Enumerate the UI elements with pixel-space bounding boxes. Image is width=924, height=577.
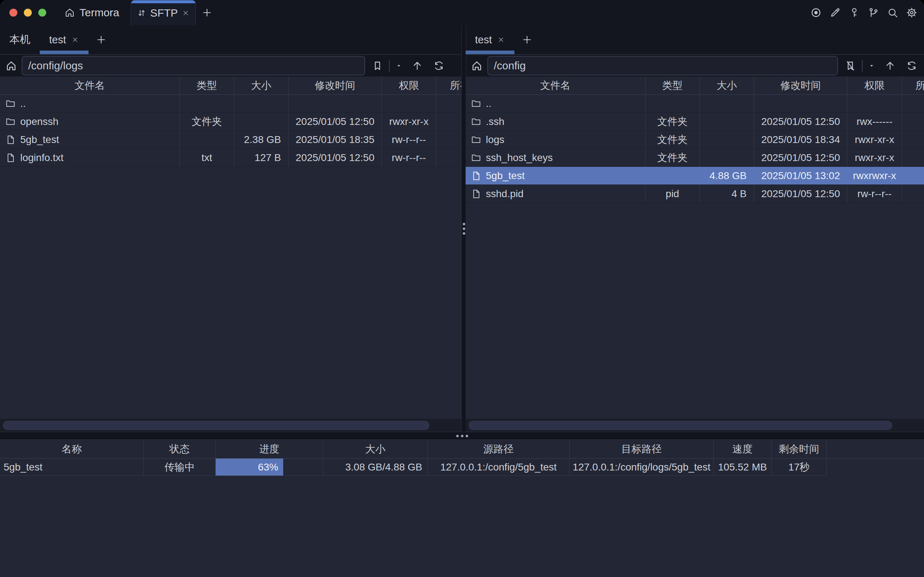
close-tab-icon[interactable] [497, 36, 505, 44]
new-tab-button[interactable] [202, 0, 213, 25]
pencil-icon[interactable] [829, 7, 841, 18]
file-mtime-cell: 2025/01/05 12:50 [754, 113, 847, 131]
home-icon[interactable] [471, 60, 483, 72]
file-row[interactable]: sshd.pidpid4 B2025/01/05 12:50rw-r--r-- [466, 185, 924, 203]
file-type-cell: pid [645, 185, 700, 203]
transfer-splitter[interactable] [0, 432, 924, 440]
tab-termora[interactable]: Termora [64, 0, 119, 25]
splitter-handle-icon [456, 435, 468, 437]
file-name-cell: ssh_host_keys [466, 149, 645, 166]
scrollbar-thumb[interactable] [3, 421, 429, 430]
file-mtime-cell: 2025/01/05 12:50 [289, 149, 382, 166]
file-type-cell [645, 95, 700, 112]
left-file-table: 文件名 类型 大小 修改时间 权限 所有者 ..openssh文件夹2025/0… [0, 77, 461, 419]
close-tab-icon[interactable] [182, 9, 190, 17]
column-header-progress[interactable]: 进度 [216, 440, 323, 458]
path-input[interactable] [22, 56, 365, 76]
file-mtime-cell: 2025/01/05 18:34 [754, 131, 847, 148]
path-input[interactable] [487, 56, 838, 76]
file-table-header: 文件名 类型 大小 修改时间 权限 所有者 [466, 77, 924, 95]
column-header-name[interactable]: 名称 [0, 440, 144, 458]
file-rows: ..openssh文件夹2025/01/05 12:50rwxr-xr-x5gb… [0, 95, 461, 167]
column-header-remaining[interactable]: 剩余时间 [772, 440, 827, 458]
file-size-cell [700, 95, 754, 112]
column-header-type[interactable]: 类型 [180, 77, 234, 94]
column-header-filename[interactable]: 文件名 [0, 77, 180, 94]
file-row[interactable]: openssh文件夹2025/01/05 12:50rwxr-xr-x [0, 113, 461, 131]
file-owner-cell [902, 113, 924, 131]
tab-test-right[interactable]: test [466, 25, 514, 54]
file-row[interactable]: 5gb_test4.88 GB2025/01/05 13:02rwxrwxr-x [466, 167, 924, 185]
file-type-cell [180, 95, 234, 112]
column-header-type[interactable]: 类型 [645, 77, 700, 94]
file-name-cell: logs [466, 131, 645, 148]
column-header-owner[interactable]: 所有者 [436, 77, 461, 94]
file-name-cell: sshd.pid [466, 185, 645, 203]
transfer-name-cell: 5gb_test [0, 459, 144, 476]
file-row[interactable]: ssh_host_keys文件夹2025/01/05 12:50rwxr-xr-… [466, 149, 924, 167]
refresh-icon[interactable] [906, 60, 918, 71]
file-perm-cell: rw-r--r-- [382, 131, 436, 148]
home-icon[interactable] [5, 60, 17, 72]
gear-icon[interactable] [906, 7, 918, 18]
file-owner-cell [436, 113, 461, 131]
key-icon[interactable] [848, 7, 860, 18]
column-header-filename[interactable]: 文件名 [466, 77, 645, 94]
folder-icon [471, 116, 482, 127]
column-header-owner[interactable]: 所有者 [902, 77, 924, 94]
column-header-source[interactable]: 源路径 [428, 440, 570, 458]
file-row[interactable]: .ssh文件夹2025/01/05 12:50rwx------ [466, 113, 924, 131]
file-type-cell [180, 131, 234, 148]
transfer-target-cell: 127.0.0.1:/config/logs/5gb_test [570, 459, 714, 476]
file-row[interactable]: .. [0, 95, 461, 113]
column-header-mtime[interactable]: 修改时间 [754, 77, 847, 94]
file-perm-cell: rwxr-xr-x [382, 113, 436, 131]
close-window-button[interactable] [10, 9, 17, 17]
column-header-perm[interactable]: 权限 [847, 77, 902, 94]
column-header-status[interactable]: 状态 [144, 440, 216, 458]
up-directory-icon[interactable] [884, 60, 896, 71]
column-header-size[interactable]: 大小 [323, 440, 428, 458]
bookmark-icon[interactable] [372, 60, 383, 71]
column-header-size[interactable]: 大小 [234, 77, 289, 94]
left-panel-tabs: 本机 test [0, 25, 461, 55]
refresh-icon[interactable] [433, 60, 445, 71]
search-icon[interactable] [887, 7, 898, 18]
tab-sftp[interactable]: SFTP [131, 0, 196, 25]
up-directory-icon[interactable] [411, 60, 423, 71]
transfer-remaining-cell: 17秒 [772, 459, 827, 476]
file-type-cell: 文件夹 [645, 113, 700, 131]
add-session-button[interactable] [89, 25, 114, 54]
file-owner-cell [436, 95, 461, 112]
local-panel: 本机 test 文件名 类型 大小 修改时间 [0, 25, 461, 432]
file-mtime-cell [754, 95, 847, 112]
column-header-perm[interactable]: 权限 [382, 77, 436, 94]
branch-icon[interactable] [868, 7, 879, 18]
file-mtime-cell: 2025/01/05 12:50 [754, 185, 847, 203]
scrollbar-thumb[interactable] [469, 421, 892, 430]
close-tab-icon[interactable] [71, 36, 79, 44]
transfer-row[interactable]: 5gb_test传输中63%3.08 GB/4.88 GB127.0.0.1:/… [0, 459, 924, 476]
zoom-window-button[interactable] [38, 9, 46, 17]
titlebar-actions [810, 0, 918, 25]
file-name-cell: .. [466, 95, 645, 112]
minimize-window-button[interactable] [24, 9, 32, 17]
column-header-speed[interactable]: 速度 [714, 440, 772, 458]
tab-local-machine[interactable]: 本机 [0, 25, 40, 54]
add-session-button[interactable] [514, 25, 540, 54]
chevron-down-icon[interactable] [395, 63, 402, 69]
column-header-mtime[interactable]: 修改时间 [289, 77, 382, 94]
right-toolbar-actions [845, 60, 918, 71]
file-row[interactable]: loginfo.txttxt127 B2025/01/05 12:50rw-r-… [0, 149, 461, 167]
transfer-panel: 名称 状态 进度 大小 源路径 目标路径 速度 剩余时间 5gb_test传输中… [0, 440, 924, 577]
column-header-target[interactable]: 目标路径 [570, 440, 714, 458]
file-row[interactable]: .. [466, 95, 924, 113]
file-rows: ...ssh文件夹2025/01/05 12:50rwx------logs文件… [466, 95, 924, 203]
file-row[interactable]: logs文件夹2025/01/05 18:34rwxr-xr-x [466, 131, 924, 149]
file-row[interactable]: 5gb_test2.38 GB2025/01/05 18:35rw-r--r-- [0, 131, 461, 149]
column-header-size[interactable]: 大小 [700, 77, 754, 94]
record-icon[interactable] [810, 7, 822, 18]
chevron-down-icon[interactable] [868, 63, 875, 69]
tab-test-left[interactable]: test [40, 25, 89, 54]
bookmark-slash-icon[interactable] [845, 60, 856, 71]
